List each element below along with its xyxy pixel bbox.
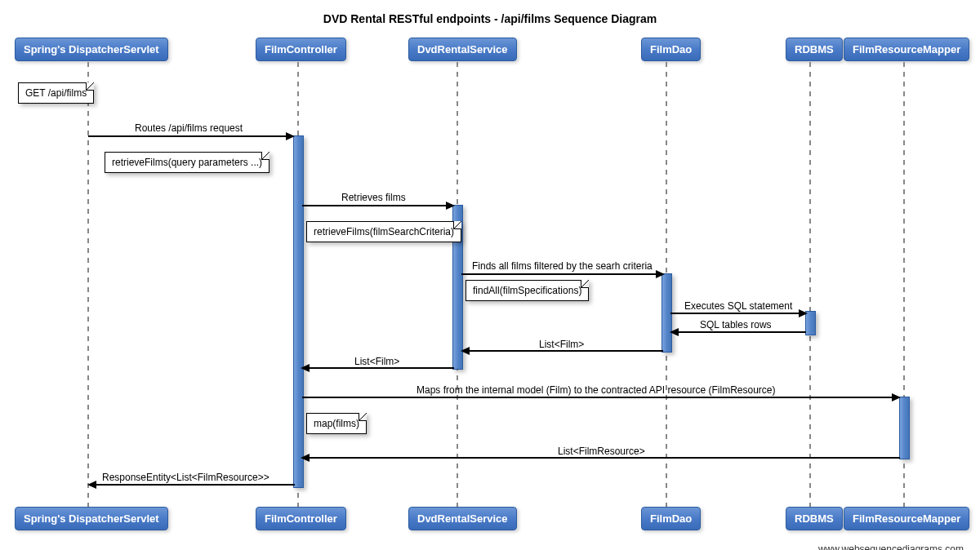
msg-list-filmresource: List<FilmResource>	[558, 446, 645, 457]
msg-maps-model: Maps from the internal model (Film) to t…	[416, 384, 776, 396]
activation-filmcontroller	[293, 135, 304, 488]
arrow-m2	[302, 205, 448, 206]
arrowhead-m2	[446, 202, 455, 210]
arrowhead-m8	[892, 393, 901, 401]
arrow-m7	[309, 367, 454, 369]
note-retrievefilms-criteria: retrieveFilms(filmSearchCriteria)	[306, 221, 461, 242]
arrow-m4	[670, 313, 801, 314]
arrowhead-m10	[87, 481, 96, 489]
participant-filmcontroller-top: FilmController	[256, 38, 346, 61]
participant-rdbms-top: RDBMS	[786, 38, 843, 61]
note-map-films: map(films)	[306, 413, 367, 434]
participant-dvdrentalservice-top: DvdRentalService	[408, 38, 517, 61]
arrowhead-m1	[286, 132, 295, 140]
arrow-m3	[461, 273, 657, 275]
lifeline-dispatcher	[87, 62, 89, 507]
arrowhead-m9	[301, 454, 310, 462]
msg-list-film-1: List<Film>	[539, 339, 584, 350]
arrow-m6	[469, 350, 663, 352]
arrowhead-m4	[799, 309, 808, 317]
msg-retrieves-films: Retrieves films	[341, 192, 406, 203]
msg-response-entity: ResponseEntity<List<FilmResource>>	[102, 472, 270, 483]
activation-filmresourcemapper	[899, 397, 910, 459]
footer-credit: www.websequencediagrams.com	[818, 543, 964, 550]
arrow-m10	[96, 484, 295, 486]
diagram-title: DVD Rental RESTful endpoints - /api/film…	[12, 12, 968, 25]
participant-filmresourcemapper-bottom: FilmResourceMapper	[844, 507, 969, 530]
arrow-m5	[678, 331, 806, 333]
arrowhead-m6	[461, 347, 470, 355]
msg-finds-films: Finds all films filtered by the searh cr…	[472, 260, 653, 272]
note-findall-specs: findAll(filmSpecifications)	[466, 280, 589, 301]
note-retrievefilms-params: retrieveFilms(query parameters ...)	[105, 152, 270, 173]
msg-list-film-2: List<Film>	[354, 356, 399, 367]
msg-exec-sql: Executes SQL statement	[684, 300, 792, 312]
arrowhead-m3	[656, 270, 665, 278]
arrowhead-m5	[670, 328, 679, 336]
participant-rdbms-bottom: RDBMS	[786, 507, 843, 530]
sequence-diagram: Spring's DispatcherServlet FilmControlle…	[12, 38, 968, 550]
participant-dispatcher-bottom: Spring's DispatcherServlet	[15, 507, 168, 530]
participant-dvdrentalservice-bottom: DvdRentalService	[408, 507, 517, 530]
msg-routes-request: Routes /api/films request	[135, 122, 243, 134]
participant-filmcontroller-bottom: FilmController	[256, 507, 346, 530]
arrowhead-m7	[301, 364, 310, 372]
arrow-m1	[88, 135, 287, 137]
arrow-m8	[302, 397, 894, 398]
msg-sql-rows: SQL tables rows	[700, 319, 772, 330]
lifeline-rdbms	[809, 62, 811, 507]
note-get-api-films: GET /api/films	[18, 82, 94, 104]
arrow-m9	[309, 457, 900, 459]
participant-dispatcher-top: Spring's DispatcherServlet	[15, 38, 168, 61]
participant-filmdao-top: FilmDao	[641, 38, 701, 61]
participant-filmdao-bottom: FilmDao	[641, 507, 701, 530]
participant-filmresourcemapper-top: FilmResourceMapper	[844, 38, 969, 61]
